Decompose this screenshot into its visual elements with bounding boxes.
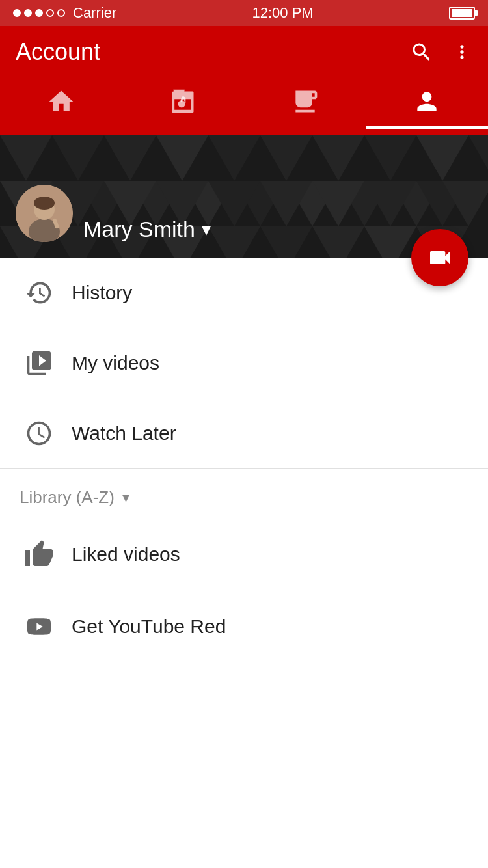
search-button[interactable] [410,40,433,64]
home-svg [47,87,75,116]
library-section-header[interactable]: Library (A-Z) ▾ [0,469,488,518]
account-icon [413,87,441,120]
subscriptions-svg [291,87,319,116]
nav-subscriptions[interactable] [244,87,366,120]
camera-icon [427,245,453,271]
library-label: Library (A-Z) [20,487,115,508]
more-options-icon [452,42,472,62]
app-bar-title: Account [16,38,100,66]
my-videos-icon [20,349,59,377]
dropdown-arrow-icon[interactable]: ▾ [202,219,211,240]
my-videos-label: My videos [72,352,159,374]
dot-5 [57,9,65,17]
history-label: History [72,282,132,304]
menu-item-watch-later[interactable]: Watch Later [0,398,488,468]
menu-list: History My videos Watch Later Library (A… [0,258,488,662]
home-icon [47,87,75,120]
liked-videos-label: Liked videos [72,543,180,565]
nav-home[interactable] [0,87,122,120]
carrier-label: Carrier [73,5,116,21]
profile-name: Mary Smith [83,217,195,242]
app-bar-actions [410,40,472,64]
menu-item-youtube-red[interactable]: Get YouTube Red [0,591,488,662]
bg-pattern-svg [0,135,488,258]
dot-1 [13,9,21,17]
more-options-button[interactable] [452,42,472,62]
watch-later-svg [25,419,53,448]
svg-point-41 [34,197,55,210]
profile-info: Mary Smith ▾ [83,217,211,242]
watch-later-icon [20,419,59,448]
trending-svg [169,87,197,116]
history-svg [25,278,53,307]
avatar-image [16,185,73,242]
liked-videos-icon [20,539,59,570]
youtube-red-icon [20,612,59,641]
battery-fill [452,9,472,17]
profile-background [0,135,488,258]
history-icon [20,278,59,307]
menu-item-liked-videos[interactable]: Liked videos [0,518,488,591]
avatar[interactable] [16,185,73,242]
nav-account[interactable] [366,87,489,120]
avatar-svg [16,185,73,242]
my-videos-svg [25,349,53,377]
nav-trending[interactable] [122,87,245,120]
dot-2 [24,9,32,17]
signal-area: Carrier [13,5,116,21]
bottom-nav [0,78,488,135]
search-icon [410,40,433,64]
account-svg [413,87,441,116]
liked-svg [23,539,55,570]
menu-item-my-videos[interactable]: My videos [0,328,488,398]
watch-later-label: Watch Later [72,422,176,444]
status-bar: Carrier 12:00 PM [0,0,488,26]
time-display: 12:00 PM [252,5,314,21]
upload-video-fab[interactable] [411,229,468,286]
app-bar: Account [0,26,488,78]
library-dropdown-icon: ▾ [122,489,129,506]
subscriptions-icon [291,87,319,120]
youtube-red-label: Get YouTube Red [72,616,226,638]
dot-3 [35,9,43,17]
trending-icon [169,87,197,120]
battery-indicator [449,7,475,20]
profile-header: Mary Smith ▾ [0,135,488,258]
youtube-red-svg [25,612,53,641]
signal-dots [13,9,65,17]
dot-4 [46,9,54,17]
